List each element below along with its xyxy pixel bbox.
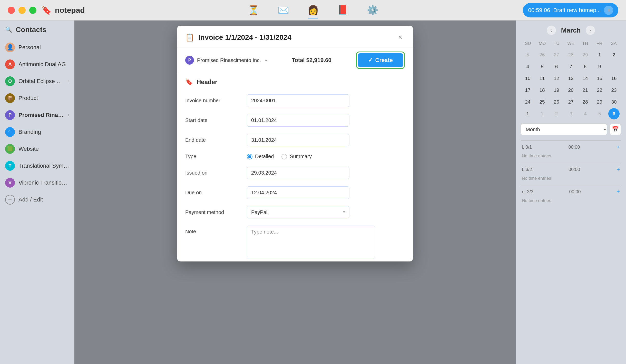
cal-day[interactable]: 17 [522,85,533,96]
note-textarea[interactable] [247,226,375,259]
sidebar-item-label: Promised Rinascimen... [18,112,64,118]
cal-day[interactable]: 29 [580,49,591,60]
cal-day[interactable]: 5 [536,61,548,72]
end-date-input[interactable] [247,134,349,146]
main-nav: ⏳ ✉️ 👩 📕 ⚙️ [246,3,380,17]
calendar-icon-button[interactable]: 📅 [610,124,621,135]
cal-day[interactable]: 20 [565,85,576,96]
avatar-promised: P [5,110,15,120]
cal-day[interactable]: 1 [522,108,533,119]
sidebar-item-website[interactable]: 🟩 Website [0,140,74,157]
cal-day[interactable]: 5 [594,108,605,119]
cal-day[interactable]: 27 [565,96,576,108]
cal-day[interactable]: 27 [551,49,562,60]
search-icon[interactable]: 🔍 [5,26,12,33]
close-button[interactable] [8,7,15,14]
cal-day[interactable]: 4 [580,108,591,119]
nav-mail[interactable]: ✉️ [276,3,290,17]
avatar-orbital: O [5,76,15,86]
sidebar-item-orbital[interactable]: O Orbital Eclipse LLC › [0,73,74,90]
cal-day[interactable]: 19 [551,85,562,96]
cal-day[interactable]: 21 [580,85,591,96]
minimize-button[interactable] [18,7,26,14]
radio-detailed[interactable] [247,154,252,159]
cal-day[interactable]: 10 [522,73,533,84]
cal-day[interactable]: 5 [522,49,533,60]
timer-badge[interactable]: 00:59:06 Draft new homep... ⏸ [523,3,618,17]
nav-settings[interactable]: ⚙️ [365,3,380,17]
cal-day[interactable]: 28 [565,49,576,60]
cal-day[interactable]: 6 [551,61,562,72]
sidebar-item-branding[interactable]: 🔷 Branding [0,124,74,140]
cal-day-today[interactable]: 6 [608,108,620,119]
cal-day[interactable]: 1 [594,49,605,60]
cal-day[interactable]: 2 [608,49,620,60]
cal-day[interactable]: 30 [608,96,620,108]
create-button[interactable]: ✓ Create [358,53,403,67]
cal-day[interactable]: 18 [536,85,548,96]
cal-day[interactable]: 14 [580,73,591,84]
cal-day[interactable]: 15 [594,73,605,84]
calendar-view-dropdown[interactable]: Month Week Day [521,124,607,135]
payment-method-select[interactable]: PayPal Bank Transfer Cash Credit Card [247,206,349,218]
sidebar-item-antimonic[interactable]: A Antimonic Dual AG [0,56,74,73]
cal-day[interactable]: 25 [536,96,548,108]
cal-day[interactable]: 29 [594,96,605,108]
cal-day[interactable]: 3 [565,108,576,119]
cal-day[interactable]: 23 [608,85,620,96]
sidebar-item-personal[interactable]: 👤 Personal [0,39,74,56]
due-on-control [247,186,349,199]
cal-day[interactable]: 7 [565,61,576,72]
sidebar-item-product[interactable]: 📦 Product [0,90,74,107]
close-modal-button[interactable]: ✕ [396,33,405,42]
sidebar-item-translational[interactable]: T Translational Symmet... [0,157,74,174]
cal-day[interactable]: 11 [536,73,548,84]
check-icon: ✓ [368,57,373,64]
type-summary-option[interactable]: Summary [281,154,312,159]
cal-day[interactable]: 16 [608,73,620,84]
cal-day[interactable]: 24 [522,96,533,108]
sidebar-item-label: Branding [18,129,69,135]
cal-day[interactable]: 12 [551,73,562,84]
section-header-title: Header [197,78,217,86]
time-entry-add-button[interactable]: + [617,144,620,150]
cal-day[interactable]: 28 [580,96,591,108]
calendar-grid: SU MO TU WE TH FR SA 5 26 27 28 29 1 2 4… [521,40,621,119]
cal-day[interactable]: 26 [536,49,548,60]
cal-day[interactable]: 9 [594,61,605,72]
radio-summary[interactable] [281,154,287,159]
time-entry-add-button[interactable]: + [617,166,620,173]
type-detailed-option[interactable]: Detailed [247,154,274,159]
timer-pause-button[interactable]: ⏸ [604,6,613,15]
timer-label: Draft new homep... [553,7,601,14]
day-label-su: SU [521,40,535,47]
cal-day[interactable]: 13 [565,73,576,84]
sidebar-item-vibronic[interactable]: V Vibronic Transition G... [0,174,74,191]
nav-timer[interactable]: ⏳ [246,3,261,17]
start-date-input[interactable] [247,114,349,127]
sidebar-item-promised[interactable]: P Promised Rinascimen... › [0,107,74,124]
due-on-input[interactable] [247,186,349,199]
time-entry-32: t, 3/2 00:00 + [521,163,621,174]
invoice-modal: 📋 Invoice 1/1/2024 - 1/31/2024 ✕ P Promi… [177,26,413,261]
nav-book[interactable]: 📕 [336,3,350,17]
cal-day[interactable]: 8 [580,61,591,72]
calendar-prev-button[interactable]: ‹ [547,26,556,35]
cal-day[interactable]: 22 [594,85,605,96]
cal-day[interactable]: 1 [536,108,548,119]
cal-day[interactable]: 2 [551,108,562,119]
calendar-next-button[interactable]: › [586,26,595,35]
sidebar-item-label: Orbital Eclipse LLC [18,78,64,85]
cal-day[interactable]: 26 [551,96,562,108]
add-edit-item[interactable]: + Add / Edit [0,191,74,208]
calendar-header: ‹ March › [521,26,621,35]
invoice-number-input[interactable] [247,94,349,107]
issued-on-input[interactable] [247,167,349,179]
time-entry-add-button[interactable]: + [617,188,620,195]
company-dropdown-arrow[interactable]: ▾ [265,58,267,63]
cal-day [608,61,620,72]
maximize-button[interactable] [29,7,36,14]
timer-time: 00:59:06 [528,7,550,14]
cal-day[interactable]: 4 [522,61,533,72]
nav-person[interactable]: 👩 [306,3,320,17]
